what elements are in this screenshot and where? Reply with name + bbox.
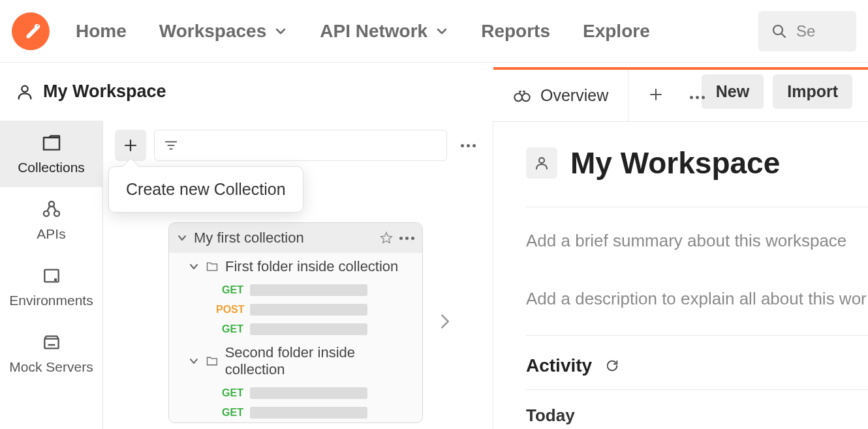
sidebar-item-label: Collections [18, 160, 85, 175]
workspace-title[interactable]: My Workspace [43, 81, 166, 102]
folder-label: First folder inside collection [225, 258, 398, 275]
next-sample-button[interactable] [436, 312, 454, 333]
postman-logo-icon [17, 18, 44, 45]
summary-placeholder[interactable]: Add a brief summary about this workspace [526, 207, 868, 251]
star-icon[interactable] [380, 231, 393, 244]
sidebar-item-label: Mock Servers [9, 359, 93, 375]
svg-point-25 [539, 158, 544, 163]
request-row[interactable]: GET [169, 280, 422, 300]
folder-icon [206, 260, 219, 273]
top-nav: Home Workspaces API Network Reports Expl… [0, 0, 868, 63]
search-icon [771, 23, 787, 39]
svg-line-4 [781, 33, 785, 37]
request-method: GET [216, 323, 243, 335]
svg-line-9 [47, 206, 50, 211]
refresh-icon[interactable] [605, 359, 619, 373]
collections-panel: Create new Collection My first collectio… [103, 121, 493, 429]
tab-row: Overview [493, 70, 868, 122]
environments-icon [41, 265, 62, 286]
collection-title: My first collection [194, 229, 373, 246]
sidebar-item-collections[interactable]: Collections [0, 121, 102, 187]
sidebar-item-label: APIs [37, 226, 65, 242]
request-name-placeholder-bar [250, 323, 367, 335]
tab-more-button[interactable] [690, 90, 705, 102]
svg-point-21 [522, 93, 530, 101]
more-horizontal-icon[interactable] [399, 237, 414, 240]
nav-links: Home Workspaces API Network Reports Expl… [76, 21, 650, 42]
activity-title: Activity [526, 355, 592, 376]
request-name-placeholder-bar [250, 387, 367, 399]
request-method: GET [216, 284, 243, 296]
svg-point-8 [54, 211, 59, 216]
collections-filter[interactable] [154, 130, 447, 161]
nav-workspaces-label: Workspaces [159, 21, 266, 42]
person-icon [16, 83, 34, 101]
activity-header: Activity [526, 336, 868, 390]
request-name-placeholder-bar [250, 407, 367, 419]
person-icon [534, 155, 550, 171]
request-row[interactable]: GET [169, 319, 422, 339]
svg-line-10 [53, 206, 55, 211]
chevron-down-icon [274, 25, 287, 38]
left-rail: Collections APIs Environments Mock Serve… [0, 121, 103, 429]
tab-label: Overview [540, 86, 608, 105]
global-search[interactable]: Se [758, 11, 856, 52]
app-logo[interactable] [12, 12, 50, 50]
nav-reports-label: Reports [481, 21, 550, 42]
nav-home-label: Home [76, 21, 127, 42]
sidebar-item-apis[interactable]: APIs [0, 187, 102, 254]
nav-explore[interactable]: Explore [583, 21, 650, 42]
create-collection-button[interactable] [115, 130, 146, 161]
collections-icon [41, 132, 62, 153]
nav-reports[interactable]: Reports [481, 21, 550, 42]
nav-home[interactable]: Home [76, 21, 127, 42]
overview-panel: Overview My Workspace Add a brief summar… [493, 67, 868, 429]
svg-point-20 [514, 93, 522, 101]
nav-api-network[interactable]: API Network [320, 21, 448, 42]
search-hint-text: Se [796, 22, 815, 40]
request-method: GET [216, 387, 243, 399]
folder-label: Second folder inside collection [225, 344, 417, 378]
request-row[interactable]: POST [169, 300, 422, 319]
plus-icon [123, 138, 138, 153]
apis-icon [41, 199, 62, 220]
activity-today-label: Today [526, 390, 868, 426]
description-placeholder[interactable]: Add a description to explain all about t… [526, 251, 868, 335]
tab-actions [628, 87, 724, 105]
tab-overview[interactable]: Overview [493, 70, 628, 121]
folder-icon [206, 355, 219, 368]
request-row[interactable]: GET [169, 403, 422, 422]
request-row[interactable]: GET [169, 383, 422, 403]
collections-more-button[interactable] [455, 132, 481, 158]
sidebar-item-mock-servers[interactable]: Mock Servers [0, 320, 102, 387]
request-name-placeholder-bar [250, 304, 367, 316]
new-tab-button[interactable] [648, 87, 664, 105]
collection-header-row[interactable]: My first collection [169, 223, 422, 253]
overview-body: My Workspace Add a brief summary about t… [493, 122, 868, 426]
svg-point-2 [37, 25, 39, 26]
create-collection-tooltip: Create new Collection [108, 166, 303, 213]
sidebar-item-environments[interactable]: Environments [0, 254, 102, 320]
svg-rect-13 [44, 339, 58, 349]
plus-icon [648, 87, 664, 102]
filter-icon [164, 138, 178, 153]
collection-sample-card: My first collection First folder inside … [168, 222, 423, 423]
nav-api-network-label: API Network [320, 21, 427, 42]
chevron-down-icon [177, 233, 187, 243]
nav-workspaces[interactable]: Workspaces [159, 21, 287, 42]
chevron-down-icon [189, 356, 199, 366]
workspace-big-title[interactable]: My Workspace [570, 145, 780, 181]
workspace-icon-box[interactable] [526, 147, 557, 179]
request-method: POST [216, 304, 243, 316]
nav-explore-label: Explore [583, 21, 650, 42]
request-method: GET [216, 407, 243, 419]
svg-point-1 [35, 23, 39, 28]
more-horizontal-icon [690, 96, 705, 99]
svg-rect-12 [54, 278, 57, 281]
sidebar-item-label: Environments [9, 293, 93, 308]
chevron-down-icon [435, 25, 448, 38]
folder-row[interactable]: First folder inside collection [169, 253, 422, 280]
collections-toolbar [103, 121, 493, 170]
workspace-title-row: My Workspace [526, 145, 868, 207]
folder-row[interactable]: Second folder inside collection [169, 339, 422, 383]
